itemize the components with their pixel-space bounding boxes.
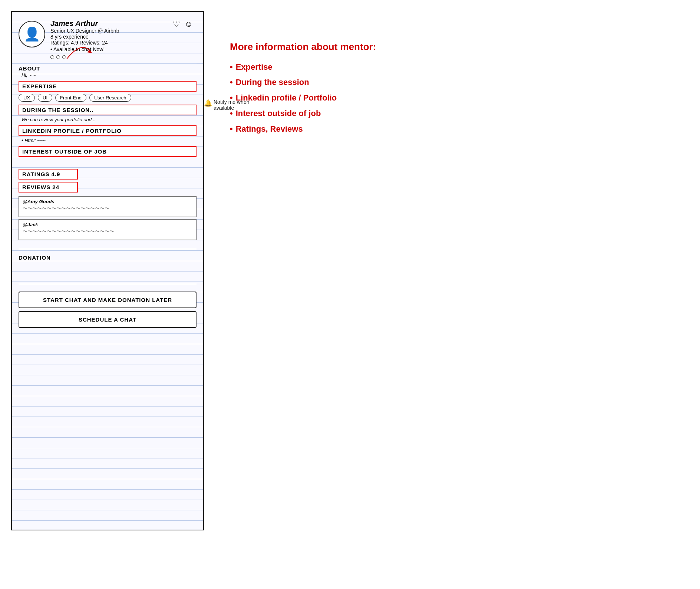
interest-section: Interest Outside of Job	[19, 146, 197, 157]
schedule-chat-button[interactable]: Schedule A Chat	[19, 311, 197, 328]
tag-ui: UI	[38, 94, 52, 102]
status-dot	[56, 55, 60, 59]
profile-section: 👤 James Arthur Senior UX Designer @ Airb…	[19, 16, 197, 52]
review-card-jack: @Jack 〜〜〜〜〜〜〜〜〜〜〜〜〜〜〜〜〜〜〜	[19, 219, 197, 240]
ratings-box: Ratings 4.9	[19, 169, 78, 180]
notify-annotation: 🔔 Notify me when available	[204, 99, 271, 111]
expertise-tags: UX UI Front-End User Research	[19, 94, 197, 102]
review-text-jack: 〜〜〜〜〜〜〜〜〜〜〜〜〜〜〜〜〜〜〜	[23, 228, 192, 235]
about-text: Hi, ~ ~	[22, 72, 197, 78]
during-session-heading: During The Session..	[22, 107, 193, 113]
tag-user-research: User Research	[89, 94, 131, 102]
about-section: About Hi, ~ ~	[19, 65, 197, 78]
linkedin-heading: LinkedIn Profile / Portfolio	[22, 128, 193, 134]
expertise-section: Expertise	[19, 81, 197, 92]
about-heading: About	[19, 65, 197, 72]
bell-icon: 🔔	[204, 99, 212, 107]
annotation-panel: More information about mentor: Expertise…	[226, 33, 382, 140]
reviewer-name-amy: @Amy Goods	[23, 199, 192, 204]
start-chat-button[interactable]: Start Chat And Make Donation Later	[19, 292, 197, 308]
ratings-value: Ratings 4.9	[22, 171, 74, 177]
donation-heading: Donation	[19, 254, 197, 261]
profile-experience: 8 yrs experience	[50, 34, 197, 40]
annotation-item-expertise: Expertise	[230, 59, 378, 75]
review-text-amy: 〜〜〜〜〜〜〜〜〜〜〜〜〜〜〜〜〜〜	[23, 205, 192, 212]
reviews-box: Reviews 24	[19, 182, 78, 193]
wireframe-mockup: 👤 James Arthur Senior UX Designer @ Airb…	[11, 11, 204, 530]
review-card-amy: @Amy Goods 〜〜〜〜〜〜〜〜〜〜〜〜〜〜〜〜〜〜	[19, 196, 197, 217]
reviews-value: Reviews 24	[22, 184, 74, 190]
message-icon[interactable]: ☺	[185, 19, 193, 29]
expertise-heading: Expertise	[22, 83, 193, 89]
svg-marker-0	[87, 49, 92, 53]
reviewer-name-jack: @Jack	[23, 222, 192, 227]
avatar: 👤	[19, 21, 45, 47]
interest-heading: Interest Outside of Job	[22, 148, 193, 155]
annotation-item-session: During the session	[230, 75, 378, 90]
tag-ux: UX	[19, 94, 35, 102]
annotation-list: Expertise During the session Linkedin pr…	[230, 59, 378, 136]
tag-frontend: Front-End	[55, 94, 86, 102]
linkedin-section: LinkedIn Profile / Portfolio	[19, 125, 197, 136]
annotation-title: More information about mentor:	[230, 41, 378, 53]
profile-action-icons[interactable]: ♡ ☺	[173, 19, 193, 29]
status-dot	[50, 55, 54, 59]
donation-section: Donation	[19, 254, 197, 261]
linkedin-content: • Html: ~~~	[22, 138, 197, 143]
during-session-section: During The Session..	[19, 105, 197, 115]
annotation-item-ratings: Ratings, Reviews	[230, 121, 378, 137]
bottom-buttons[interactable]: Start Chat And Make Donation Later Sched…	[19, 292, 197, 328]
during-session-text: We can review your portfolio and ..	[22, 117, 197, 122]
arrow-svg	[63, 44, 93, 63]
heart-icon[interactable]: ♡	[173, 19, 180, 29]
person-icon: 👤	[24, 26, 40, 42]
ratings-reviews-section: Ratings 4.9 Reviews 24 @Amy Goods 〜〜〜〜〜〜…	[19, 166, 197, 240]
